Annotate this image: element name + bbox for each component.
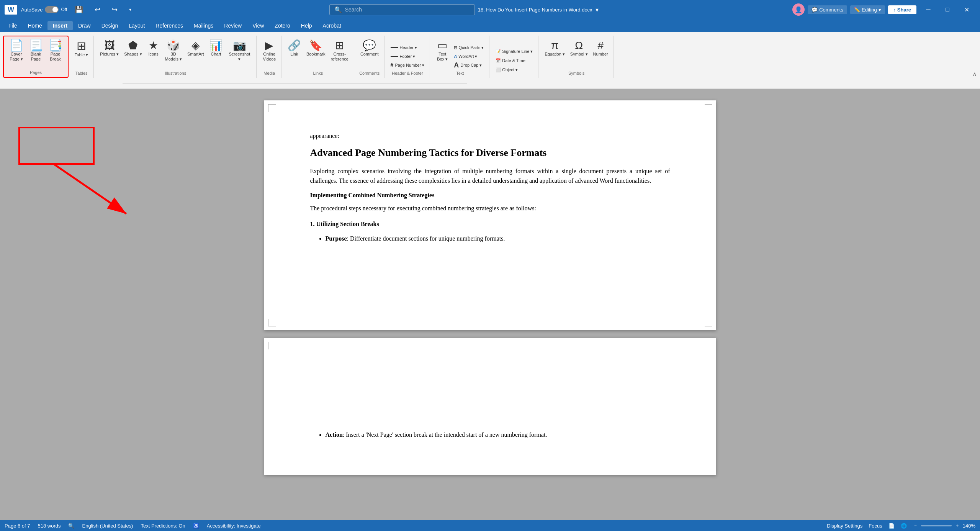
search-input[interactable] [345,7,460,13]
signature-items: 📝 Signature Line ▾ 📅 Date & Time ⬜ Objec… [493,37,535,74]
bookmark-button[interactable]: 🔖 Bookmark [304,39,328,69]
ribbon-group-media: ▶ OnlineVideos Media [257,36,281,78]
corner-tl [268,104,276,112]
view-print-icon[interactable]: 📄 [888,523,895,529]
doc-title-arrow[interactable]: ▾ [596,6,599,13]
cross-reference-button[interactable]: ⊞ Cross-reference [328,39,350,69]
menu-draw[interactable]: Draw [73,21,96,30]
menu-insert[interactable]: Insert [47,21,73,30]
autosave-label: AutoSave [21,7,43,13]
screenshot-button[interactable]: 📷 Screenshot ▾ [226,39,253,69]
zoom-level: 140% [963,523,975,529]
menu-acrobat[interactable]: Acrobat [317,21,347,30]
menu-file[interactable]: File [3,21,23,30]
pages-items: 📄 CoverPage ▾ 📃 BlankPage 📑 PageBreak [7,38,65,69]
text-col: ⊟ Quick Parts ▾ A WordArt ▾ A Drop Cap ▾ [452,43,486,69]
doc-title: 18. How Do You Insert Page Numbers in Wo… [478,7,592,13]
title-bar-left: W AutoSave Off 💾 ↩ ↪ ▾ [5,4,135,15]
document-area: appearance: Advanced Page Numbering Tact… [0,89,980,520]
smartart-button[interactable]: ◈ SmartArt [185,39,206,69]
quick-parts-button[interactable]: ⊟ Quick Parts ▾ [452,43,486,52]
menu-review[interactable]: Review [219,21,247,30]
online-videos-button[interactable]: ▶ OnlineVideos [260,39,278,69]
symbol-icon: Ω [575,40,583,51]
ribbon-group-text: ▭ TextBox ▾ ⊟ Quick Parts ▾ A WordArt ▾ … [431,36,489,78]
numbered-item1: 1. Utilizing Section Breaks [310,219,670,229]
share-label: Share [897,7,911,13]
spell-check-icon[interactable]: 🔍 [68,523,74,529]
menu-view[interactable]: View [247,21,269,30]
comments-button[interactable]: 💬 Comments [808,5,847,14]
page-number-button[interactable]: # Page Number ▾ [388,61,427,69]
window-controls: ─ □ ✕ [919,3,975,16]
menu-layout[interactable]: Layout [123,21,150,30]
header-button[interactable]: Header ▾ [388,43,427,52]
undo-button[interactable]: ↩ [91,4,104,15]
tables-group-label: Tables [72,69,90,76]
maximize-button[interactable]: □ [939,3,956,16]
comment-button[interactable]: 💬 Comment [358,39,381,69]
user-avatar[interactable]: 👤 [792,3,805,16]
icons-button[interactable]: ★ Icons [145,39,162,69]
pictures-button[interactable]: 🖼 Pictures ▾ [98,39,121,69]
symbols-group-label: Symbols [542,69,610,76]
zoom-slider[interactable] [921,525,952,526]
text-box-button[interactable]: ▭ TextBox ▾ [434,39,451,69]
display-settings[interactable]: Display Settings [827,523,862,529]
redo-button[interactable]: ↪ [108,4,121,15]
table-button[interactable]: ⊞ Table ▾ [72,39,90,69]
save-button[interactable]: 💾 [71,4,87,15]
svg-rect-1 [19,128,94,164]
close-button[interactable]: ✕ [958,3,975,16]
menu-zotero[interactable]: Zotero [269,21,295,30]
cover-page-icon: 📄 [9,39,23,51]
search-box[interactable]: 🔍 [329,4,475,15]
shapes-button[interactable]: ⬟ Shapes ▾ [122,39,144,69]
menu-bar: File Home Insert Draw Design Layout Refe… [0,19,980,32]
bullet-item-2: Action: Insert a 'Next Page' section bre… [326,430,670,440]
number-button[interactable]: # Number [591,39,610,69]
ribbon-collapse-button[interactable]: ∧ [972,70,977,78]
view-web-icon[interactable]: 🌐 [901,523,907,529]
object-button[interactable]: ⬜ Object ▾ [493,66,535,74]
page-content-2: Action: Insert a 'Next Page' section bre… [310,369,670,440]
drop-cap-button[interactable]: A Drop Cap ▾ [452,61,486,69]
ribbon-group-header-footer: Header ▾ Footer ▾ # Page Number ▾ Header… [385,36,430,78]
cover-page-button[interactable]: 📄 CoverPage ▾ [7,38,26,69]
menu-design[interactable]: Design [96,21,124,30]
corner2-tr [705,342,712,349]
date-time-button[interactable]: 📅 Date & Time [493,56,535,65]
minimize-button[interactable]: ─ [919,3,937,16]
footer-button[interactable]: Footer ▾ [388,52,427,61]
zoom-in-icon[interactable]: ＋ [955,522,960,529]
chart-button[interactable]: 📊 Chart [207,39,225,69]
menu-home[interactable]: Home [23,21,47,30]
editing-button[interactable]: ✏️ Editing ▾ [850,5,885,14]
zoom-out-icon[interactable]: － [913,522,918,529]
equation-button[interactable]: π Equation ▾ [542,39,567,69]
3d-models-button[interactable]: 🎲 3DModels ▾ [163,39,185,69]
page-content-1: appearance: Advanced Page Numbering Tact… [310,131,670,244]
menu-help[interactable]: Help [296,21,317,30]
menu-mailings[interactable]: Mailings [188,21,219,30]
comment-icon: 💬 [363,40,376,51]
symbol-button[interactable]: Ω Symbol ▾ [568,39,590,69]
link-icon: 🔗 [288,40,301,51]
pages-group-label: Pages [7,69,65,75]
pencil-icon: ✏️ [854,7,860,13]
autosave-toggle[interactable]: AutoSave Off [21,6,67,13]
doc-title: Advanced Page Numbering Tactics for Dive… [310,147,670,159]
share-button[interactable]: ↑ Share [888,5,916,14]
autosave-switch[interactable] [45,6,59,13]
customize-quick-access[interactable]: ▾ [125,5,135,14]
signature-line-button[interactable]: 📝 Signature Line ▾ [493,47,535,56]
page-break-button[interactable]: 📑 PageBreak [46,38,65,69]
blank-page-button[interactable]: 📃 BlankPage [26,38,45,69]
cross-reference-icon: ⊞ [335,40,344,51]
accessibility[interactable]: Accessibility: Investigate [207,523,261,529]
menu-references[interactable]: References [150,21,188,30]
link-button[interactable]: 🔗 Link [285,39,303,69]
focus-button[interactable]: Focus [869,523,882,529]
wordart-button[interactable]: A WordArt ▾ [452,52,486,61]
title-bar-right: 👤 💬 Comments ✏️ Editing ▾ ↑ Share ─ □ ✕ [792,3,975,16]
